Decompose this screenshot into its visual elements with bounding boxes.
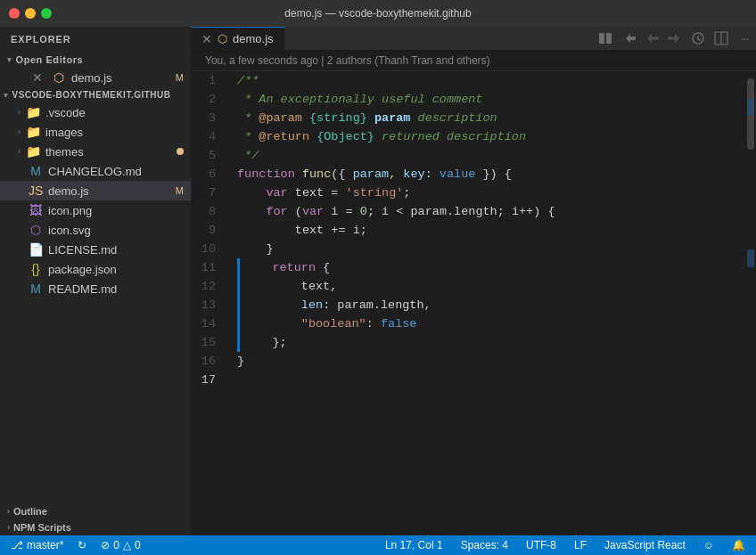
open-editors-label: Open Editors [16, 54, 84, 65]
project-section[interactable]: ▾ VSCODE-BOXYTHEMEKIT.GITHUB [0, 87, 191, 102]
git-branch-label: master* [27, 539, 63, 551]
open-editor-filename: demo.js [71, 71, 170, 85]
icon-png-label: icon.png [48, 204, 184, 217]
more-actions-button[interactable]: ··· [733, 27, 756, 50]
git-branch-item[interactable]: ⎇ master* [7, 535, 67, 555]
modified-badge: M [176, 72, 184, 83]
statusbar-right: Ln 17, Col 1 Spaces: 4 UTF-8 LF JavaScri… [382, 535, 749, 555]
go-forward-left-button[interactable] [640, 27, 663, 50]
code-line[interactable]: } [237, 352, 736, 371]
license-file-icon: 📄 [29, 242, 43, 257]
sidebar-item-readme[interactable]: M README.md [0, 279, 191, 298]
scrollbar[interactable] [744, 71, 756, 535]
sidebar-item-icon-svg[interactable]: ⬡ icon.svg [0, 220, 191, 240]
code-line[interactable]: return { [237, 258, 736, 277]
tab-label: demo.js [233, 32, 274, 45]
sidebar-item-changelog[interactable]: M CHANGELOG.md [0, 161, 191, 181]
code-line[interactable]: len: param.length, [237, 296, 736, 314]
chevron-down-icon: ▾ [7, 55, 12, 64]
maximize-button[interactable] [41, 8, 52, 19]
window-controls[interactable] [9, 8, 52, 19]
encoding-item[interactable]: UTF-8 [522, 535, 560, 555]
line-ending-label: LF [574, 539, 587, 551]
code-line[interactable]: */ [237, 146, 736, 165]
spaces-item[interactable]: Spaces: 4 [457, 535, 512, 555]
folder-icon: 📁 [26, 105, 40, 119]
code-line[interactable]: text, [237, 277, 736, 296]
tab-demo-js[interactable]: ✕ ⬡ demo.js [191, 27, 285, 50]
svg-file-icon: ⬡ [29, 223, 43, 237]
main-layout: Explorer ▾ Open Editors ✕ ⬡ demo.js M ▾ … [0, 27, 756, 535]
code-content[interactable]: /** * An exceptionally useful comment * … [230, 71, 744, 535]
selection-bar [237, 258, 240, 277]
code-line[interactable]: * @param {string} param description [237, 109, 736, 127]
sidebar: Explorer ▾ Open Editors ✕ ⬡ demo.js M ▾ … [0, 27, 191, 535]
code-line[interactable]: function func({ param, key: value }) { [237, 165, 736, 184]
outline-section[interactable]: › Outline [0, 503, 191, 519]
code-line[interactable]: "boolean": false [237, 314, 736, 333]
emoji-item[interactable]: ☺ [700, 535, 718, 555]
changelog-label: CHANGELOG.md [48, 165, 184, 178]
selection-bar [237, 296, 240, 314]
close-icon[interactable]: ✕ [32, 70, 43, 85]
code-line[interactable]: text += i; [237, 221, 736, 240]
sync-item[interactable]: ↻ [74, 535, 90, 555]
code-editor[interactable]: 1234567891011121314151617 /** * An excep… [191, 71, 744, 535]
images-folder-label: images [45, 126, 184, 139]
open-timeline-button[interactable] [686, 27, 710, 50]
spaces-label: Spaces: 4 [461, 539, 508, 551]
code-line[interactable]: } [237, 240, 736, 258]
icon-svg-label: icon.svg [48, 224, 184, 237]
error-icon: ⊘ [101, 539, 110, 551]
sidebar-item-icon-png[interactable]: 🖼 icon.png [0, 200, 191, 220]
js-tab-icon: ⬡ [218, 32, 227, 45]
scrollbar-highlight [747, 98, 754, 116]
code-line[interactable] [237, 371, 736, 389]
position-label: Ln 17, Col 1 [385, 539, 443, 551]
code-line[interactable]: * @return {Object} returned description [237, 127, 736, 146]
sidebar-item-license[interactable]: 📄 LICENSE.md [0, 240, 191, 259]
split-editor-button[interactable] [594, 27, 617, 50]
code-line[interactable]: for (var i = 0; i < param.length; i++) { [237, 202, 736, 221]
position-item[interactable]: Ln 17, Col 1 [382, 535, 447, 555]
errors-item[interactable]: ⊘ 0 △ 0 [97, 535, 144, 555]
warning-icon: △ [123, 539, 131, 551]
tab-close-icon[interactable]: ✕ [201, 32, 212, 46]
chevron-right-icon: › [7, 507, 10, 516]
editor-area: ✕ ⬡ demo.js [191, 27, 756, 535]
line-ending-item[interactable]: LF [571, 535, 590, 555]
split-view-button[interactable] [710, 27, 733, 50]
warning-count: 0 [135, 539, 141, 551]
sidebar-header: Explorer [0, 27, 191, 52]
code-line[interactable]: var text = 'string'; [237, 184, 736, 202]
modified-badge: M [176, 185, 184, 196]
go-back-button[interactable] [617, 27, 640, 50]
chevron-right-icon: › [18, 108, 21, 117]
code-line[interactable]: }; [237, 333, 736, 352]
statusbar: ⎇ master* ↻ ⊘ 0 △ 0 Ln 17, Col 1 Spaces:… [0, 535, 756, 555]
modified-dot [177, 148, 184, 155]
sidebar-item-demo-js-open[interactable]: ✕ ⬡ demo.js M [0, 68, 191, 87]
sidebar-item-demo-js[interactable]: JS demo.js M [0, 181, 191, 200]
code-line[interactable]: * An exceptionally useful comment [237, 90, 736, 109]
sidebar-item-images[interactable]: › 📁 images [0, 122, 191, 142]
sidebar-item-themes[interactable]: › 📁 themes [0, 142, 191, 161]
close-button[interactable] [9, 8, 20, 19]
outline-label: Outline [13, 506, 47, 517]
selection-bar [237, 277, 240, 296]
language-item[interactable]: JavaScript React [601, 535, 689, 555]
sidebar-item-vscode[interactable]: › 📁 .vscode [0, 102, 191, 122]
npm-scripts-label: NPM Scripts [13, 522, 71, 533]
git-blame-text: You, a few seconds ago | 2 authors (Than… [205, 54, 490, 67]
npm-scripts-section[interactable]: › NPM Scripts [0, 519, 191, 535]
code-line[interactable]: /** [237, 71, 736, 90]
sidebar-item-package[interactable]: {} package.json [0, 259, 191, 279]
git-blame-bar: You, a few seconds ago | 2 authors (Than… [191, 51, 756, 71]
window-title: demo.js — vscode-boxythemekit.github [284, 7, 471, 20]
selection-bar [237, 333, 240, 352]
go-forward-right-button[interactable] [663, 27, 686, 50]
minimize-button[interactable] [25, 8, 36, 19]
sync-icon: ↻ [78, 539, 86, 551]
open-editors-section[interactable]: ▾ Open Editors [0, 52, 191, 68]
bell-item[interactable]: 🔔 [728, 535, 749, 555]
